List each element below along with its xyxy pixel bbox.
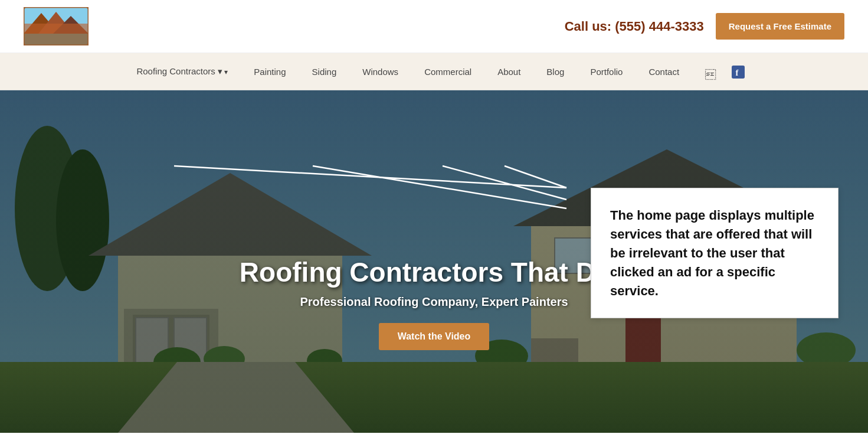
nav-item-windows[interactable]: Windows	[349, 54, 411, 90]
phone-number: Call us: (555) 444-3333	[565, 19, 704, 34]
nav-item-portfolio[interactable]: Portfolio	[577, 54, 636, 90]
svg-rect-5	[24, 24, 89, 34]
cta-button[interactable]: Request a Free Estimate	[716, 13, 844, 40]
video-button[interactable]: Watch the Video	[379, 323, 490, 350]
svg-rect-6	[24, 34, 89, 45]
nav-link-portfolio[interactable]: Portfolio	[577, 54, 636, 90]
facebook-icon-svg[interactable]: f	[732, 66, 745, 79]
hero-section: Roofing Contractors That Do t Profession…	[0, 90, 868, 433]
nav-item-commercial[interactable]: Commercial	[411, 54, 484, 90]
navigation: Roofing Contractors ▾ Painting Siding Wi…	[0, 53, 868, 90]
nav-link-painting[interactable]: Painting	[241, 54, 299, 90]
nav-list: Roofing Contractors ▾ Painting Siding Wi…	[123, 53, 744, 90]
nav-link-roofing[interactable]: Roofing Contractors ▾	[123, 53, 241, 90]
nav-link-commercial[interactable]: Commercial	[411, 54, 484, 90]
logo-area	[24, 7, 89, 45]
nav-link-siding[interactable]: Siding	[299, 54, 350, 90]
nav-item-painting[interactable]: Painting	[241, 54, 299, 90]
top-bar: Call us: (555) 444-3333 Request a Free E…	[0, 0, 868, 53]
facebook-icon[interactable]: 	[692, 56, 729, 94]
nav-item-about[interactable]: About	[484, 54, 533, 90]
nav-item-siding[interactable]: Siding	[299, 54, 350, 90]
callout-box: The home page displays multiple services…	[591, 188, 838, 318]
contact-area: Call us: (555) 444-3333 Request a Free E…	[565, 13, 844, 40]
logo-image	[24, 7, 89, 45]
nav-item-roofing[interactable]: Roofing Contractors ▾	[123, 53, 241, 90]
nav-item-contact[interactable]: Contact	[636, 54, 692, 90]
nav-link-blog[interactable]: Blog	[533, 54, 577, 90]
nav-link-windows[interactable]: Windows	[349, 54, 411, 90]
nav-item-facebook[interactable]:  f	[692, 62, 744, 81]
nav-link-about[interactable]: About	[484, 54, 533, 90]
callout-text: The home page displays multiple services…	[610, 206, 819, 300]
nav-link-contact[interactable]: Contact	[636, 54, 692, 90]
nav-item-blog[interactable]: Blog	[533, 54, 577, 90]
